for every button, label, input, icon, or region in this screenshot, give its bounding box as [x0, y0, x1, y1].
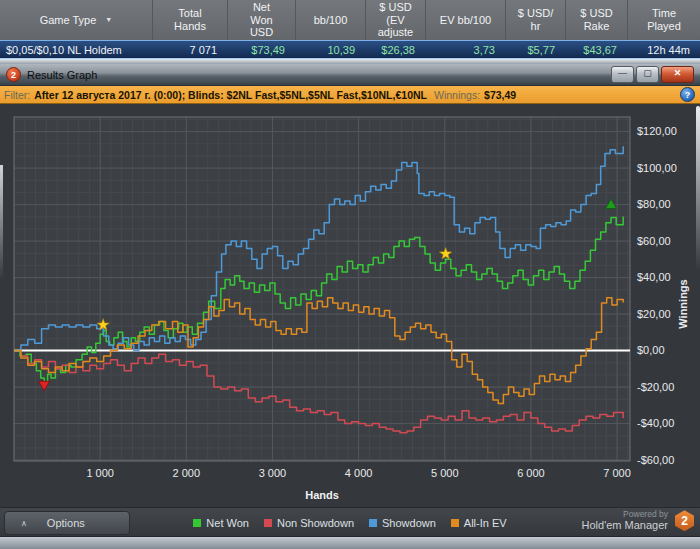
window-bottom-frame	[0, 536, 700, 549]
window-title: Results Graph	[27, 69, 97, 81]
window-edge-highlight-left	[0, 165, 3, 280]
col-header-bb100[interactable]: bb/100	[295, 0, 365, 40]
results-graph-titlebar[interactable]: 2 Results Graph — ▢ ✕	[0, 64, 700, 85]
winnings-value: $73,49	[484, 89, 516, 101]
svg-text:-$60,00: -$60,00	[637, 454, 674, 466]
col-header-time-played[interactable]: Time Played	[627, 0, 700, 40]
legend-item-showdown[interactable]: Showdown	[369, 517, 436, 529]
cell-usd-ev: $26,38	[365, 44, 425, 56]
maximize-button[interactable]: ▢	[636, 66, 659, 83]
winnings-label: Winnings:	[434, 89, 480, 101]
filter-text: After 12 августа 2017 г. (0:00); Blinds:…	[34, 89, 427, 101]
cell-time-played: 12h 44m	[627, 44, 700, 56]
svg-text:-$40,00: -$40,00	[637, 417, 674, 429]
powered-by-block: Powered by Hold'em Manager 2	[582, 510, 694, 531]
svg-text:$100,00: $100,00	[637, 162, 677, 174]
stats-table-header: Game Type ▼ Total Hands Net Won USD bb/1…	[0, 0, 700, 40]
col-header-ev-bb100[interactable]: EV bb/100	[425, 0, 505, 40]
svg-text:5 000: 5 000	[431, 467, 459, 479]
cell-total-hands: 7 071	[152, 44, 227, 56]
svg-text:$20,00: $20,00	[637, 308, 671, 320]
svg-text:4 000: 4 000	[345, 467, 373, 479]
net-won-swatch-icon	[193, 519, 201, 527]
cell-ev-bb100: 3,73	[425, 44, 505, 56]
chart-canvas: $120,00$100,00$80,00$60,00$40,00$20,00$0…	[0, 104, 700, 507]
legend-label: Net Won	[206, 517, 249, 529]
filter-bar[interactable]: Filter: After 12 августа 2017 г. (0:00);…	[0, 85, 700, 104]
cell-net-won: $73,49	[227, 44, 295, 56]
legend-item-net-won[interactable]: Net Won	[193, 517, 249, 529]
all-in-ev-swatch-icon	[451, 519, 459, 527]
svg-text:$120,00: $120,00	[637, 125, 677, 137]
window-controls: — ▢ ✕	[611, 66, 694, 83]
svg-text:6 000: 6 000	[517, 467, 545, 479]
col-header-usd-hr[interactable]: $ USD/ hr	[505, 0, 565, 40]
svg-text:$60,00: $60,00	[637, 235, 671, 247]
svg-text:$80,00: $80,00	[637, 198, 671, 210]
legend-item-all-in-ev[interactable]: All-In EV	[451, 517, 507, 529]
cell-usd-rake: $43,67	[565, 44, 627, 56]
table-row[interactable]: $0,05/$0,10 NL Holdem 7 071 $73,49 10,39…	[0, 40, 700, 59]
col-header-total-hands[interactable]: Total Hands	[152, 0, 227, 40]
legend-label: Showdown	[382, 517, 436, 529]
help-icon[interactable]: ?	[680, 87, 695, 102]
col-header-game-type[interactable]: Game Type ▼	[0, 0, 152, 40]
cell-usd-hr: $5,77	[505, 44, 565, 56]
col-header-usd-ev-adjusted[interactable]: $ USD (EV adjuste	[365, 0, 425, 40]
minimize-button[interactable]: —	[611, 66, 634, 83]
window-edge-highlight-right	[696, 106, 700, 271]
powered-by-label: Powered by	[582, 510, 668, 519]
svg-text:1 000: 1 000	[86, 467, 114, 479]
results-graph-chart: $120,00$100,00$80,00$60,00$40,00$20,00$0…	[0, 104, 700, 507]
svg-text:3 000: 3 000	[259, 467, 287, 479]
non-showdown-swatch-icon	[264, 519, 272, 527]
svg-text:-$20,00: -$20,00	[637, 381, 674, 393]
svg-text:7 000: 7 000	[603, 467, 631, 479]
svg-text:Hands: Hands	[305, 489, 339, 501]
hm2-brand-badge-icon: 2	[675, 510, 694, 531]
cell-game-type: $0,05/$0,10 NL Holdem	[0, 44, 152, 56]
legend-item-non-showdown[interactable]: Non Showdown	[264, 517, 354, 529]
legend-label: Non Showdown	[277, 517, 354, 529]
footer-bar: ∧ Options Net Won Non Showdown Showdown …	[0, 507, 700, 536]
svg-text:$0,00: $0,00	[637, 344, 665, 356]
cell-bb100: 10,39	[295, 44, 365, 56]
hm2-app-icon: 2	[6, 67, 21, 82]
svg-text:2 000: 2 000	[173, 467, 201, 479]
col-header-net-won-usd[interactable]: Net Won USD	[227, 0, 295, 40]
legend-label: All-In EV	[464, 517, 507, 529]
col-header-game-type-label: Game Type	[40, 14, 97, 27]
col-header-usd-rake[interactable]: $ USD Rake	[565, 0, 627, 40]
chevron-down-icon[interactable]: ▼	[105, 16, 112, 24]
svg-text:Winnings: Winnings	[677, 279, 689, 328]
showdown-swatch-icon	[369, 519, 377, 527]
svg-text:$40,00: $40,00	[637, 271, 671, 283]
filter-label: Filter:	[4, 89, 30, 101]
brand-name: Hold'em Manager	[582, 519, 668, 531]
close-button[interactable]: ✕	[661, 66, 694, 83]
